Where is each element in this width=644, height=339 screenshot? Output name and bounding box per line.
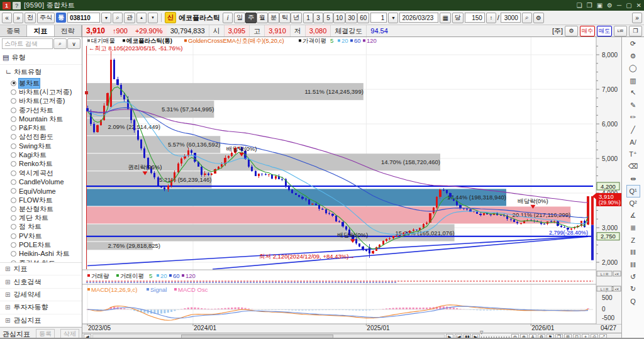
- sell-button[interactable]: 매도: [597, 26, 612, 36]
- select-tool-icon[interactable]: ↖: [626, 87, 640, 99]
- code-dropdown-button[interactable]: ▼: [101, 13, 111, 23]
- chart-type-Swing차트[interactable]: Swing차트: [0, 142, 82, 150]
- radio-icon[interactable]: [11, 81, 16, 86]
- radio-icon[interactable]: [11, 224, 16, 230]
- smart-search-input[interactable]: 스마트 검색: [2, 38, 53, 49]
- chart-type-역시계곡선[interactable]: 역시계곡선: [0, 169, 82, 177]
- stock-search-icon[interactable]: ⌕: [113, 13, 123, 23]
- minute-button-30[interactable]: 30: [345, 13, 357, 23]
- period-button-월[interactable]: 월: [257, 13, 268, 23]
- bookmark-button[interactable]: ⚑: [547, 334, 554, 339]
- pattern-tool-icon[interactable]: ▥: [626, 75, 640, 87]
- auto-trendline-icon[interactable]: A/: [626, 136, 640, 148]
- fullscreen-button[interactable]: ⤢: [599, 334, 607, 339]
- redo-icon[interactable]: ↻: [626, 283, 640, 296]
- radio-icon[interactable]: [11, 116, 16, 122]
- radio-icon[interactable]: [11, 161, 16, 167]
- delete-button[interactable]: 삭제: [60, 329, 79, 339]
- chart-type-점 차트[interactable]: 점 차트: [0, 223, 82, 231]
- scroll-left-button[interactable]: ◀: [84, 334, 91, 339]
- pen-tool-icon[interactable]: ✎: [626, 99, 640, 112]
- chart-type-POLE차트[interactable]: POLE차트: [0, 240, 82, 249]
- radio-icon[interactable]: [11, 188, 16, 194]
- tab-종목[interactable]: 종목: [0, 25, 27, 36]
- chart-type-바차트(시고저종)[interactable]: 바차트(시고저종): [0, 87, 82, 96]
- chart-type-FLOW차트[interactable]: FLOW차트: [0, 196, 82, 204]
- sidebar-section-강세약세[interactable]: ⊞강세약세: [0, 289, 82, 301]
- radio-icon[interactable]: [11, 134, 16, 140]
- dang-toggle-button[interactable]: 당: [452, 13, 464, 23]
- multiple-input[interactable]: 1: [370, 13, 387, 23]
- period-button-주[interactable]: 주: [245, 13, 257, 23]
- maximize-button[interactable]: ▢: [626, 2, 631, 9]
- period-button-틱[interactable]: 틱: [279, 13, 291, 23]
- period-button-년[interactable]: 년: [291, 13, 302, 23]
- zoom-preset1-icon[interactable]: Q¹: [626, 185, 640, 197]
- chart-scrollbar[interactable]: [92, 334, 445, 339]
- playback-pause-button[interactable]: ▮▮: [464, 334, 471, 339]
- radio-icon[interactable]: [11, 152, 16, 158]
- sidebar-section-지표[interactable]: ⊞지표: [0, 263, 82, 275]
- chart-type-분산형차트[interactable]: 분산형차트: [0, 204, 82, 213]
- duplicate-pane-icon[interactable]: ❐: [629, 26, 642, 36]
- minute-button-5[interactable]: 5: [323, 13, 333, 23]
- radio-icon[interactable]: [11, 108, 16, 113]
- chart-config-button[interactable]: ⚙: [538, 334, 545, 339]
- watchlist-button[interactable]: 관: [124, 13, 135, 23]
- chart-type-Renko차트[interactable]: Renko차트: [0, 160, 82, 169]
- vertical-grid-icon[interactable]: ‖‖: [626, 247, 640, 259]
- period-button-일[interactable]: 일: [234, 13, 245, 23]
- help-icon[interactable]: ?: [13, 2, 21, 9]
- price-chart-canvas[interactable]: 11.51% (124,245,399)5.31% (57,344,995)2.…: [82, 37, 621, 333]
- expand-icon[interactable]: ⊞: [5, 279, 10, 286]
- stock-info-button[interactable]: i: [223, 13, 233, 23]
- pane-preset-buttons[interactable]: LIR: [614, 26, 627, 36]
- tree-root-label[interactable]: ㄴ 차트유형: [0, 66, 82, 79]
- scroll-right-button[interactable]: ▶: [446, 334, 453, 339]
- sidebar-section-관심지표[interactable]: ⊞관심지표: [0, 314, 82, 327]
- expand-icon[interactable]: ⊞: [5, 291, 10, 298]
- price-axis[interactable]: 8,0007,0006,0005,0004,0003,0002,0004,200…: [596, 37, 621, 324]
- chart-settings-icon[interactable]: ⚙: [626, 50, 640, 63]
- close-button[interactable]: ✕: [636, 2, 641, 9]
- tab-지표[interactable]: 지표: [27, 25, 54, 36]
- speed-slider[interactable]: [481, 335, 510, 339]
- magnify-icon[interactable]: Q: [626, 296, 640, 308]
- playback-next-button[interactable]: ▶|: [472, 334, 480, 339]
- chart-type-바차트(고저종)[interactable]: 바차트(고저종): [0, 97, 82, 106]
- period-button-분[interactable]: 분: [268, 13, 279, 23]
- chart-type-Mountain 차트[interactable]: Mountain 차트: [0, 114, 82, 123]
- playback-prev-button[interactable]: |◀: [455, 334, 462, 339]
- total-bars-input[interactable]: 3000: [501, 13, 521, 23]
- visible-bars-input[interactable]: 150: [465, 13, 485, 23]
- radio-icon[interactable]: [11, 206, 16, 212]
- auto-scale-button[interactable]: A: [529, 334, 536, 339]
- chart-type-삼선전환도[interactable]: 삼선전환도: [0, 133, 82, 142]
- text-tool-icon[interactable]: T⁺: [626, 148, 640, 161]
- radio-icon[interactable]: [11, 143, 16, 149]
- multiple-dropdown-button[interactable]: ▼: [388, 13, 398, 23]
- radio-icon[interactable]: [11, 125, 16, 131]
- nav-forward-button[interactable]: »: [13, 13, 23, 23]
- chart-type-Kagi차트[interactable]: Kagi차트: [0, 150, 82, 159]
- chart-type-종가선차트[interactable]: 종가선차트: [0, 106, 82, 114]
- search-icon[interactable]: ⌕: [53, 38, 67, 49]
- expand-icon[interactable]: ⊞: [5, 304, 10, 311]
- minute-button-10[interactable]: 10: [333, 13, 345, 23]
- parallel-line-tool-icon[interactable]: ⇹: [626, 173, 640, 186]
- tab-전략[interactable]: 전략: [55, 25, 82, 36]
- refresh-icon[interactable]: ⟳: [626, 38, 640, 50]
- popout-icon[interactable]: ❏: [577, 2, 582, 9]
- chart-type-EquiVolume[interactable]: EquiVolume: [0, 187, 82, 196]
- layout-button[interactable]: ⊡: [573, 334, 580, 339]
- zoom-preset2-icon[interactable]: Q²: [626, 197, 640, 210]
- buy-button[interactable]: 매수: [580, 26, 595, 36]
- radio-icon[interactable]: [11, 251, 16, 257]
- radio-icon[interactable]: [11, 242, 16, 248]
- prev-screen-button[interactable]: 전: [25, 13, 36, 23]
- angle-tool-icon[interactable]: ∡: [626, 209, 640, 222]
- chart-type-PV차트[interactable]: PV차트: [0, 231, 82, 240]
- undo-icon[interactable]: ↺: [626, 271, 640, 284]
- chart-type-계단 차트[interactable]: 계단 차트: [0, 213, 82, 222]
- vertical-grid2-icon[interactable]: ‖‖: [626, 258, 640, 271]
